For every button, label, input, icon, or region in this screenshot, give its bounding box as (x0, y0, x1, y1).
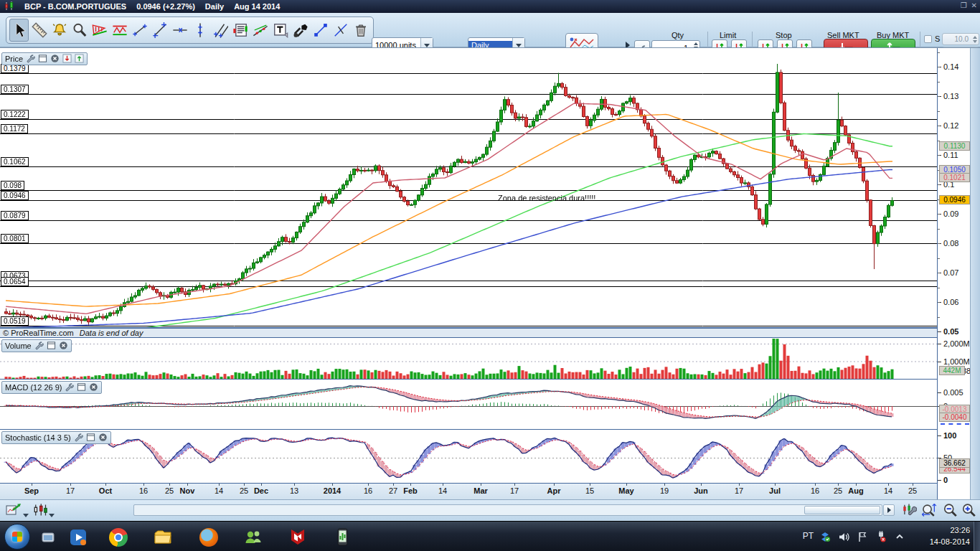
chart-style-quick-button[interactable] (33, 503, 55, 517)
price-level-label[interactable]: 0.0946 (1, 191, 29, 200)
data-note: Data is end of day (80, 329, 143, 337)
price-axis-label: 0.09 (943, 209, 958, 218)
zoom-in-button[interactable] (961, 503, 976, 517)
taskbar-firefox-icon[interactable] (198, 527, 220, 548)
taskbar-explorer-icon[interactable] (152, 527, 174, 548)
stochastic-chart-canvas[interactable] (0, 430, 937, 483)
price-level-label[interactable]: 0.0879 (1, 211, 29, 220)
close-panel-icon[interactable] (98, 433, 108, 443)
taskbar-clock[interactable]: 23:26 14-08-2014 (930, 524, 970, 547)
alarm-tool-button[interactable] (50, 19, 69, 42)
cursor-tool-button[interactable] (9, 19, 29, 42)
scrollbar-thumb[interactable] (804, 506, 880, 514)
toolbox-tool-button[interactable] (291, 19, 310, 42)
wrench-icon[interactable] (65, 382, 74, 393)
style-caret-icon[interactable] (49, 514, 55, 517)
stop-checkbox[interactable] (924, 35, 932, 43)
wrench-icon[interactable] (34, 341, 44, 352)
volume-chart-canvas[interactable] (0, 338, 937, 380)
qty-up-icon[interactable] (694, 42, 698, 45)
chart-scrollbar[interactable] (133, 504, 882, 516)
pattern-triangle-tool-button[interactable] (90, 19, 109, 42)
restore-icon[interactable]: ❐ (961, 1, 967, 9)
stoch-axis-label: 100 (943, 431, 956, 440)
price-level-label[interactable]: 0.0519 (1, 316, 29, 326)
wrench-icon[interactable] (26, 54, 35, 65)
close-panel-icon[interactable] (59, 341, 68, 352)
date-axis-label: 25 (240, 486, 248, 495)
horizontal-line-tool-button[interactable] (170, 19, 189, 42)
measure-icon (313, 22, 329, 38)
close-panel-icon[interactable] (89, 382, 98, 393)
parallel-lines-tool-button[interactable] (210, 19, 230, 42)
date-axis-label: 15 (585, 486, 594, 495)
tray-speaker-icon[interactable] (838, 531, 849, 542)
detach-window-icon[interactable] (47, 341, 56, 352)
slope-line-tool-button[interactable] (331, 19, 350, 42)
price-level-label[interactable]: 0.1222 (1, 110, 29, 119)
clock-time: 23:26 (930, 524, 970, 536)
date-axis-label: 19 (660, 486, 669, 495)
ruler-tool-button[interactable] (29, 19, 49, 42)
detach-window-icon[interactable] (38, 54, 47, 65)
tray-chevron-up-icon[interactable] (894, 531, 905, 542)
fan-line-tool-button[interactable] (250, 19, 270, 42)
trash-tool-button[interactable] (351, 19, 370, 42)
export-chart-button[interactable] (6, 503, 29, 517)
fan-line-icon (253, 22, 268, 38)
taskbar-media-player-icon[interactable] (67, 527, 89, 548)
move-panel-up-icon[interactable] (75, 54, 84, 65)
stochastic-panel-header: Stochastic (14 3 5) (1, 431, 111, 444)
start-button[interactable] (4, 524, 30, 550)
close-panel-icon[interactable] (50, 54, 60, 65)
price-level-label[interactable]: 0.1172 (1, 124, 28, 133)
detach-window-icon[interactable] (77, 382, 86, 393)
chart-notes-tool-button[interactable] (230, 19, 250, 42)
taskbar-chrome-icon[interactable] (108, 527, 129, 548)
trendline-tool-button[interactable] (150, 19, 169, 42)
date-axis-label: 25 (834, 486, 842, 495)
chart-settings-button[interactable] (901, 503, 917, 517)
price-axis-label: 0.14 (943, 62, 958, 71)
tray-dropbox-icon[interactable] (819, 531, 831, 542)
scroll-right-button[interactable] (883, 504, 895, 516)
volume-panel-title: Volume (5, 342, 32, 350)
language-indicator[interactable]: PT (803, 531, 814, 541)
close-icon[interactable]: ✕ (971, 1, 977, 9)
taskbar-people-icon[interactable] (242, 527, 264, 548)
zoom-fit-button[interactable] (921, 503, 937, 517)
move-panel-down-icon[interactable] (62, 54, 72, 65)
measure-tool-button[interactable] (311, 19, 330, 42)
parallel-lines-icon (212, 22, 228, 38)
price-chart-canvas[interactable] (0, 64, 937, 328)
segment-tool-button[interactable] (130, 19, 149, 42)
detach-window-icon[interactable] (86, 433, 95, 443)
price-level-label[interactable]: 0.0801 (1, 234, 29, 243)
macd-chart-canvas[interactable] (0, 380, 937, 430)
text-note-tool-button[interactable] (270, 19, 290, 42)
pattern-channel-tool-button[interactable] (110, 19, 129, 42)
taskbar-app-small-icon[interactable] (37, 527, 59, 548)
wrench-icon[interactable] (74, 433, 83, 443)
date-axis-label: 14 (884, 486, 892, 495)
vertical-line-tool-button[interactable] (190, 19, 209, 42)
show-desktop-button[interactable] (974, 522, 980, 551)
user-annotation-text[interactable]: Zona de resistencia dura!!!!! (498, 194, 595, 202)
magnifier-tool-button[interactable] (70, 19, 89, 42)
price-level-label[interactable]: 0.1307 (1, 85, 29, 94)
taskbar-phone-chart-icon[interactable] (331, 527, 353, 548)
price-axis-label: 0.08 (943, 239, 958, 248)
taskbar-mcafee-icon[interactable] (287, 527, 308, 548)
price-level-label[interactable]: 0.0654 (1, 277, 29, 286)
price-level-label[interactable]: 0.1062 (1, 157, 29, 166)
tray-power-error-icon[interactable] (875, 531, 887, 542)
stop-distance-input[interactable]: 10.0 (942, 33, 979, 45)
price-axis-label: 0.13 (943, 92, 958, 100)
date-label: Aug 14 2014 (234, 2, 280, 11)
date-axis-label: Nov (180, 486, 195, 495)
price-level-label[interactable]: 0.098 (1, 181, 24, 190)
export-caret-icon[interactable] (23, 514, 29, 517)
pattern-triangle-icon (92, 22, 108, 38)
tray-flag-icon[interactable] (857, 531, 868, 542)
zoom-out-button[interactable] (943, 503, 957, 517)
